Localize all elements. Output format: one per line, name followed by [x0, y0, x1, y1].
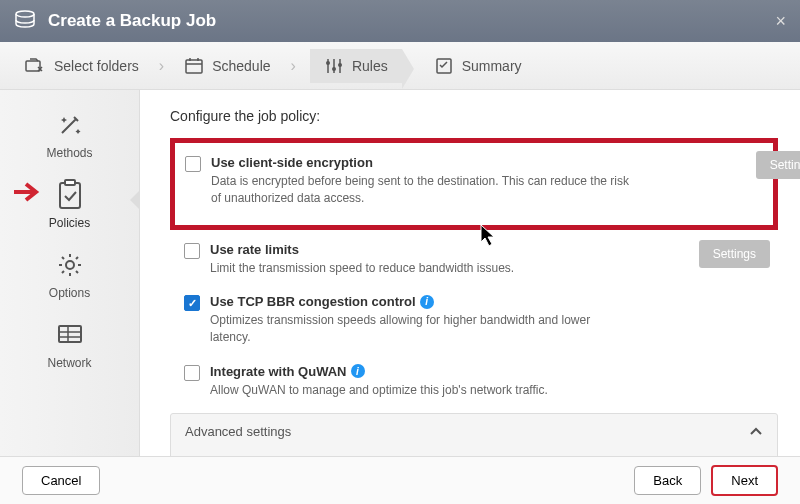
- folders-icon: [24, 57, 46, 75]
- policy-quwan: Integrate with QuWANi Allow QuWAN to man…: [170, 356, 778, 409]
- settings-button[interactable]: Settings: [756, 151, 800, 179]
- svg-point-15: [66, 261, 74, 269]
- step-schedule[interactable]: Schedule: [178, 53, 276, 79]
- policy-label: Use client-side encryption: [211, 155, 631, 170]
- svg-rect-14: [65, 180, 75, 185]
- policy-desc: Allow QuWAN to manage and optimize this …: [210, 382, 548, 399]
- calendar-icon: [184, 57, 204, 75]
- svg-rect-13: [60, 183, 80, 208]
- step-select-folders[interactable]: Select folders: [18, 53, 145, 79]
- step-separator: ›: [159, 57, 164, 75]
- sidebar-item-options[interactable]: Options: [0, 248, 139, 300]
- summary-icon: [434, 57, 454, 75]
- settings-button[interactable]: Settings: [699, 240, 770, 268]
- footer: Cancel Back Next: [0, 456, 800, 504]
- step-summary[interactable]: Summary: [428, 53, 528, 79]
- advanced-section: Advanced settings Only back up updated f…: [170, 413, 778, 456]
- svg-point-10: [332, 67, 336, 71]
- main-panel: Configure the job policy: Use client-sid…: [140, 90, 800, 456]
- policy-tcp-bbr: Use TCP BBR congestion controli Optimize…: [170, 286, 778, 356]
- close-icon[interactable]: ×: [775, 11, 786, 32]
- checkbox-encryption[interactable]: [185, 156, 201, 172]
- policy-label: Use rate limits: [210, 242, 514, 257]
- cancel-button[interactable]: Cancel: [22, 466, 100, 495]
- backup-icon: [14, 9, 36, 33]
- next-button[interactable]: Next: [711, 465, 778, 496]
- active-pointer: [130, 190, 140, 210]
- sidebar: Methods Policies Options Network: [0, 90, 140, 456]
- clipboard-check-icon: [53, 178, 87, 212]
- checkbox-quwan[interactable]: [184, 365, 200, 381]
- back-button[interactable]: Back: [634, 466, 701, 495]
- policy-encryption: Use client-side encryption Data is encry…: [177, 147, 767, 217]
- step-label: Summary: [462, 58, 522, 74]
- svg-rect-1: [26, 61, 40, 71]
- chevron-up-icon: [749, 424, 763, 439]
- highlight-encryption: Use client-side encryption Data is encry…: [170, 138, 778, 230]
- sidebar-item-network[interactable]: Network: [0, 318, 139, 370]
- step-label: Rules: [352, 58, 388, 74]
- svg-point-0: [16, 11, 34, 17]
- checkbox-tcp-bbr[interactable]: [184, 295, 200, 311]
- policy-desc: Data is encrypted before being sent to t…: [211, 173, 631, 207]
- policy-label: Use TCP BBR congestion controli: [210, 294, 630, 309]
- network-icon: [53, 318, 87, 352]
- policy-label: Integrate with QuWANi: [210, 364, 548, 379]
- policy-rate-limits: Use rate limits Limit the transmission s…: [170, 234, 778, 287]
- policy-updated-files: Only back up updated files Only files wi…: [185, 449, 763, 456]
- step-label: Select folders: [54, 58, 139, 74]
- wand-icon: [53, 108, 87, 142]
- sidebar-item-label: Methods: [46, 146, 92, 160]
- sidebar-item-label: Policies: [49, 216, 90, 230]
- advanced-toggle[interactable]: Advanced settings: [185, 424, 763, 439]
- sidebar-item-label: Options: [49, 286, 90, 300]
- step-label: Schedule: [212, 58, 270, 74]
- sidebar-item-label: Network: [47, 356, 91, 370]
- gear-icon: [53, 248, 87, 282]
- panel-heading: Configure the job policy:: [170, 108, 778, 124]
- stepper: Select folders › Schedule › Rules Summar…: [0, 42, 800, 90]
- svg-rect-2: [186, 60, 202, 73]
- sliders-icon: [324, 57, 344, 75]
- policy-desc: Optimizes transmission speeds allowing f…: [210, 312, 630, 346]
- sidebar-item-methods[interactable]: Methods: [0, 108, 139, 160]
- info-icon[interactable]: i: [351, 364, 365, 378]
- svg-point-9: [326, 61, 330, 65]
- advanced-title: Advanced settings: [185, 424, 291, 439]
- window-title: Create a Backup Job: [48, 11, 216, 31]
- checkbox-rate-limits[interactable]: [184, 243, 200, 259]
- highlight-arrow-icon: [12, 180, 46, 204]
- policy-desc: Limit the transmission speed to reduce b…: [210, 260, 514, 277]
- step-rules[interactable]: Rules: [310, 49, 402, 83]
- svg-point-11: [338, 63, 342, 67]
- titlebar: Create a Backup Job ×: [0, 0, 800, 42]
- info-icon[interactable]: i: [420, 295, 434, 309]
- step-separator: ›: [291, 57, 296, 75]
- svg-rect-16: [59, 326, 81, 342]
